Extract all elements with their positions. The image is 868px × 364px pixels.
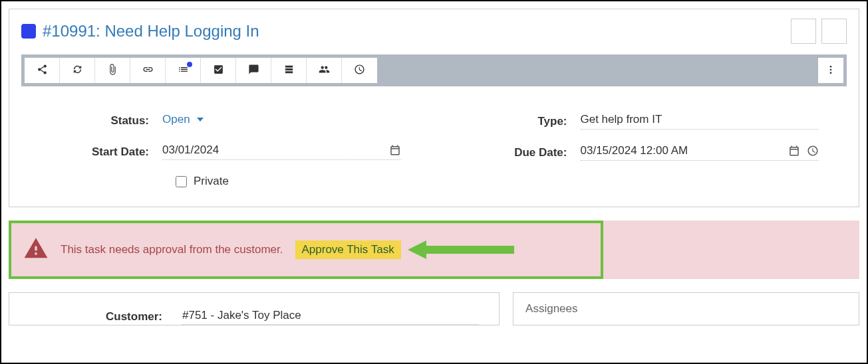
link-icon: [142, 64, 154, 78]
task-color-chip[interactable]: [21, 24, 36, 39]
calendar-icon[interactable]: [389, 144, 401, 156]
caret-down-icon: [197, 118, 204, 122]
history-button[interactable]: [342, 58, 377, 83]
server-button[interactable]: [271, 58, 307, 83]
task-title-wrap: #10991: Need Help Logging In: [21, 22, 259, 41]
due-date-field[interactable]: 03/15/2024 12:00 AM: [581, 144, 819, 161]
server-icon: [283, 64, 295, 78]
users-button[interactable]: [307, 58, 342, 83]
checklist-button[interactable]: [201, 58, 236, 83]
comment-icon: [248, 64, 259, 78]
task-header: #10991: Need Help Logging In: [9, 9, 859, 49]
close-button[interactable]: [821, 19, 847, 44]
status-value: Open: [162, 113, 401, 129]
more-vertical-icon: [825, 64, 836, 77]
fields-left: Status: Open Start Date: 03/01/2024 Priv…: [49, 113, 401, 188]
toolbar: [21, 54, 847, 86]
assignees-title: Assignees: [525, 302, 577, 315]
start-date-field[interactable]: 03/01/2024: [162, 143, 401, 160]
refresh-button[interactable]: [60, 58, 95, 83]
svg-point-0: [830, 66, 832, 68]
warning-icon: [23, 236, 49, 264]
status-text: Open: [162, 113, 190, 126]
lower-panels: Customer: #751 - Jake's Toy Place Assign…: [9, 292, 859, 325]
notification-badge: [187, 62, 192, 67]
private-label: Private: [194, 175, 229, 188]
due-date-row: Due Date: 03/15/2024 12:00 AM: [468, 144, 819, 161]
svg-point-1: [830, 68, 832, 70]
more-button[interactable]: [818, 58, 843, 83]
annotation-arrow: [408, 238, 514, 262]
fields-right: Type: Get help from IT Due Date: 03/15/2…: [468, 113, 819, 188]
paperclip-icon: [107, 64, 118, 78]
assignees-panel: Assignees: [513, 292, 859, 325]
status-row: Status: Open: [49, 113, 401, 129]
start-date-row: Start Date: 03/01/2024: [49, 143, 401, 160]
due-date-value: 03/15/2024 12:00 AM: [581, 144, 782, 157]
link-button[interactable]: [130, 58, 166, 83]
task-title[interactable]: #10991: Need Help Logging In: [43, 22, 259, 41]
share-icon: [37, 64, 48, 78]
private-row: Private: [176, 175, 401, 188]
alert-message: This task needs approval from the custom…: [61, 243, 283, 256]
users-icon: [319, 64, 330, 78]
approve-task-button[interactable]: Approve This Task: [295, 240, 401, 259]
customer-row: Customer: #751 - Jake's Toy Place: [29, 309, 479, 325]
attach-button[interactable]: [95, 58, 130, 83]
type-label: Type:: [468, 115, 581, 128]
status-label: Status:: [49, 114, 162, 128]
private-checkbox[interactable]: [176, 176, 187, 187]
type-row: Type: Get help from IT: [468, 113, 819, 130]
start-date-label: Start Date:: [49, 145, 162, 159]
collapse-button[interactable]: [791, 19, 816, 44]
header-buttons: [791, 19, 847, 44]
type-field[interactable]: Get help from IT: [581, 113, 819, 130]
calendar-icon[interactable]: [788, 145, 800, 157]
checkbox-icon: [213, 64, 224, 78]
clock-icon[interactable]: [807, 145, 819, 157]
comments-button[interactable]: [236, 58, 271, 83]
svg-marker-3: [408, 240, 514, 259]
fields-area: Status: Open Start Date: 03/01/2024 Priv…: [9, 86, 859, 207]
refresh-icon: [72, 64, 83, 78]
approval-alert: This task needs approval from the custom…: [9, 221, 859, 279]
toolbar-left: [25, 58, 377, 83]
customer-panel: Customer: #751 - Jake's Toy Place: [9, 292, 500, 325]
share-button[interactable]: [25, 58, 60, 83]
task-panel: #10991: Need Help Logging In: [9, 9, 859, 207]
type-value: Get help from IT: [581, 113, 819, 126]
start-date-value: 03/01/2024: [162, 143, 382, 157]
due-date-label: Due Date:: [468, 146, 581, 159]
status-dropdown[interactable]: Open: [162, 113, 204, 126]
clock-icon: [354, 64, 365, 78]
svg-point-2: [830, 72, 832, 74]
list-button[interactable]: [166, 58, 201, 83]
customer-value[interactable]: #751 - Jake's Toy Place: [182, 309, 479, 325]
customer-label: Customer:: [29, 310, 182, 323]
